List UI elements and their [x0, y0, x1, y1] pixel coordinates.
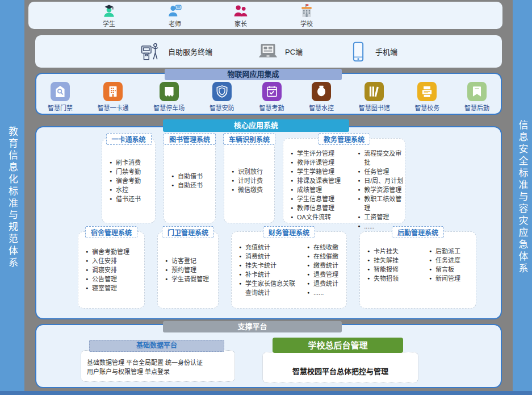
school-admin-box: 智慧校园平台总体把控与管理: [262, 352, 418, 383]
iot-item-access: 智慧门禁: [48, 82, 73, 112]
user-role-teacher: 老师: [158, 3, 192, 28]
attendance-icon: [262, 82, 282, 101]
user-role-label: 学校: [300, 19, 313, 28]
subsystem-title: 后勤管理系统: [392, 226, 444, 238]
gatekeeper-system-box: 门卫管理系统 访客登记 预约管理 学生请假管理: [157, 231, 219, 309]
list-item: ......: [307, 288, 338, 297]
list-item: 调寝安排: [86, 265, 143, 275]
list-item: 挂失卡统计: [239, 261, 300, 270]
student-icon: [102, 3, 116, 18]
list-item: 退费统计: [307, 279, 338, 288]
subsystem-list: 流程提交及审批 任务管理 日/周、月计划 教学资源管理 教职工绩效管理 工资管理…: [350, 149, 405, 231]
list-item: 新闻管理: [429, 274, 460, 283]
user-role-parents: 家长: [224, 3, 258, 28]
terminal-label: 手机端: [375, 46, 397, 57]
subsystem-title: 宿舍管理系统: [85, 226, 137, 238]
terminal-mobile: 手机端: [347, 40, 397, 63]
iot-item-logistics: 智慧后勤: [464, 82, 489, 112]
iot-label: 智慧水控: [309, 103, 334, 112]
academic-system-box: 教务管理系统 学生评分管理 教师评课管理 学生学籍管理 排课及课表管理 成绩管理…: [283, 138, 405, 223]
iot-item-school-affairs: 智慧校务: [414, 82, 439, 112]
list-item: 寝室管理: [86, 284, 143, 293]
school-admin-title: 学校总后台管理: [273, 338, 403, 353]
subsystem-list: 充值统计 消费统计 挂失卡统计 补卡统计 学生家长信息关联查询统计: [232, 243, 300, 297]
access-control-icon: [51, 82, 70, 101]
list-item: 流程提交及审批: [358, 149, 405, 167]
iot-label: 智慧后勤: [464, 103, 489, 112]
list-item: 智能报修: [367, 265, 422, 274]
list-item: 工资管理: [358, 213, 405, 222]
subsystem-columns: 卡片挂失 挂失解挂 智能报修 失物招领 后勤派工 任务进度 留言板 新闻管理: [360, 247, 476, 283]
list-item: 教学资源管理: [358, 185, 405, 194]
subsystem-list: 访客登记 预约管理 学生请假管理: [158, 256, 218, 284]
base-data-platform-title: 基础数据平台: [89, 340, 224, 352]
parking-icon: [160, 82, 179, 101]
list-item: 水控: [110, 185, 153, 194]
list-item: 退费管理: [307, 270, 338, 279]
subsystem-list: 刷卡消费 门禁考勤 宿舍考勤 水控 借书还书: [102, 158, 155, 203]
list-item: 日/周、月计划: [358, 176, 405, 185]
school-affairs-icon: [417, 82, 437, 101]
logistics-system-box: 后勤管理系统 卡片挂失 挂失解挂 智能报修 失物招领 后勤派工 任务进度 留言板…: [359, 231, 476, 309]
user-role-school: 学校: [290, 3, 324, 28]
iot-label: 智慧一卡通: [98, 103, 129, 112]
list-item: 预约管理: [165, 265, 216, 275]
library-icon: [365, 82, 384, 101]
iot-panel: 物联网应用集成 智慧门禁 智慧一卡通 智慧停车场: [35, 73, 502, 115]
finance-system-box: 财务管理系统 充值统计 消费统计 挂失卡统计 补卡统计 学生家长信息关联查询统计…: [231, 231, 347, 309]
list-item: 宿舍考勤: [110, 176, 153, 185]
subsystem-title: 车辆识别系统: [223, 133, 275, 145]
list-item: 访客登记: [165, 256, 216, 265]
subsystem-columns: 充值统计 消费统计 挂失卡统计 补卡统计 学生家长信息关联查询统计 在线收缴 在…: [232, 243, 346, 297]
subsystem-list: 在线收缴 在线催缴 缴费统计 退费管理 退费统计 ......: [300, 243, 338, 297]
iot-label: 智慧门禁: [48, 103, 73, 112]
list-item: 挂失解挂: [367, 256, 422, 265]
base-data-line: 用户账户与权限管理 单点登录: [87, 367, 234, 376]
list-item: 后勤派工: [429, 247, 460, 256]
iot-label: 智慧校务: [414, 103, 439, 112]
list-item: 补卡统计: [239, 270, 300, 279]
subsystem-title: 图书管理系统: [164, 133, 216, 145]
list-item: 自助还书: [171, 181, 213, 190]
subsystem-list: 卡片挂失 挂失解挂 智能报修 失物招领: [360, 247, 422, 283]
list-item: 学生请假管理: [165, 275, 216, 284]
list-item: 计时计费: [232, 176, 273, 185]
list-item: 任务管理: [358, 167, 405, 176]
subsystem-list: 自助借书 自助还书: [164, 172, 215, 190]
list-item: 成绩管理: [291, 185, 350, 194]
list-item: 学生家长信息关联查询统计: [239, 279, 300, 297]
list-item: OA文件流转: [291, 213, 350, 222]
list-item: 教师评课管理: [291, 158, 350, 167]
list-item: 入住安排: [86, 256, 143, 265]
subsystem-list: 识别放行 计时计费 微信缴费: [224, 167, 274, 194]
subsystem-list: 宿舍考勤管理 入住安排 调寝安排 公告管理 寝室管理: [78, 247, 144, 293]
terminals-panel: 自助服务终端 PC端 手机端: [35, 35, 502, 68]
list-item: 公告管理: [86, 275, 143, 284]
list-item: 留言板: [429, 265, 460, 274]
terminal-kiosk: 自助服务终端: [140, 40, 212, 63]
subsystem-title: 教务管理系统: [318, 133, 370, 145]
iot-icons-row: 智慧门禁 智慧一卡通 智慧停车场 智慧安防: [48, 82, 489, 112]
iot-item-security: 智慧安防: [210, 82, 234, 112]
user-role-label: 家长: [234, 19, 247, 28]
teacher-icon: [167, 3, 182, 18]
list-item: 排课及课表管理: [291, 176, 350, 185]
list-item: 教职工绩效管理: [358, 194, 405, 213]
list-item: 识别放行: [232, 167, 273, 176]
iot-item-library: 智慧图书馆: [359, 82, 390, 112]
subsystem-title: 门卫管理系统: [162, 226, 214, 238]
iot-item-attendance: 智慧考勤: [259, 82, 284, 112]
right-sidebar: 信息安全标准与容灾应急体系: [513, 0, 532, 395]
security-icon: [212, 82, 232, 101]
list-item: 充值统计: [239, 243, 300, 252]
iot-banner: 物联网应用集成: [165, 69, 342, 80]
list-item: 学生评分管理: [291, 149, 350, 158]
subsystem-columns: 学生评分管理 教师评课管理 学生学籍管理 排课及课表管理 成绩管理 学生信息管理…: [283, 149, 405, 231]
library-system-box: 图书管理系统 自助借书 自助还书: [164, 138, 216, 223]
list-item: 学生学籍管理: [291, 167, 350, 176]
list-item: 自助借书: [171, 172, 213, 181]
list-item: 宿舍考勤管理: [86, 247, 143, 256]
list-item: 缴费统计: [307, 261, 338, 270]
iot-label: 智慧停车场: [153, 103, 185, 112]
list-item: 门禁考勤: [110, 167, 153, 176]
